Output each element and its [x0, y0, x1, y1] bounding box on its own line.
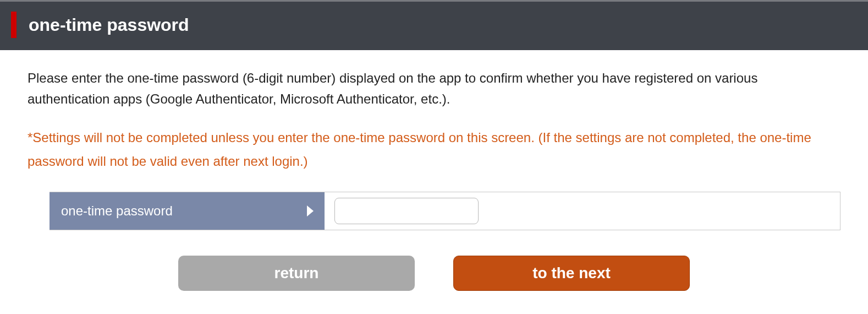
- next-button[interactable]: to the next: [453, 256, 690, 291]
- otp-input-wrap: [325, 192, 840, 230]
- otp-field-label: one-time password: [50, 192, 325, 230]
- return-button[interactable]: return: [178, 256, 415, 291]
- otp-field-row: one-time password: [50, 192, 840, 230]
- page-title: one-time password: [29, 15, 189, 35]
- button-row: return to the next: [28, 256, 840, 291]
- otp-label-text: one-time password: [61, 203, 173, 219]
- content-area: Please enter the one-time password (6-di…: [0, 50, 868, 307]
- page-header: one-time password: [0, 0, 868, 50]
- otp-input[interactable]: [334, 198, 479, 224]
- header-accent: [11, 12, 17, 38]
- chevron-right-icon: [307, 205, 314, 216]
- instruction-text: Please enter the one-time password (6-di…: [28, 68, 840, 110]
- warning-text: *Settings will not be completed unless y…: [28, 126, 840, 173]
